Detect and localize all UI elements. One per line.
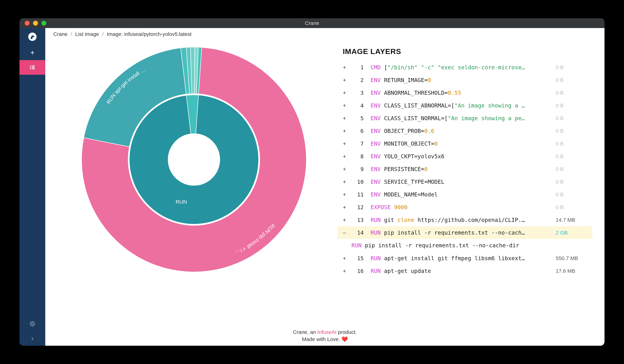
layer-command: ENV CLASS_LIST_ABNORMAL=["An image showi… xyxy=(365,102,554,109)
expand-toggle[interactable]: – xyxy=(339,230,350,236)
layer-row[interactable]: +6ENV OBJECT_PROB=0.60 B xyxy=(338,125,592,137)
maximize-button[interactable] xyxy=(41,21,46,26)
layer-number: 1 xyxy=(350,64,365,71)
expand-toggle[interactable]: + xyxy=(339,103,350,108)
layer-size: 17.6 MB xyxy=(554,268,591,274)
layer-row[interactable]: +9ENV PERSISTENCE=00 B xyxy=(338,163,592,175)
layer-number: 15 xyxy=(350,255,365,261)
layer-row[interactable]: +7ENV MONITOR_OBJECT=00 B xyxy=(338,137,592,150)
layer-command: EXPOSE 9000 xyxy=(365,204,554,210)
layer-row[interactable]: +10ENV SERVICE_TYPE=MODEL0 B xyxy=(338,175,592,188)
list-icon xyxy=(29,64,35,70)
layer-number: 3 xyxy=(350,90,365,96)
image-layers-panel[interactable]: IMAGE LAYERS +1CMD ["/bin/sh" "-c" "exec… xyxy=(336,40,598,326)
breadcrumb-current: Image: infuseai/pytorch-yolov5:latest xyxy=(107,31,191,37)
app-window: Crane + xyxy=(20,18,604,346)
layer-row[interactable]: +5ENV CLASS_LIST_NORMAL=["An image showi… xyxy=(338,112,592,125)
layer-command: ENV PERSISTENCE=0 xyxy=(365,166,554,172)
window-title: Crane xyxy=(305,20,319,26)
layer-number: 2 xyxy=(350,77,365,83)
layer-number: 5 xyxy=(350,115,365,121)
expand-toggle[interactable]: + xyxy=(339,128,350,134)
layer-number: 12 xyxy=(350,204,365,210)
footer-brand-link[interactable]: InfuseAI xyxy=(317,329,337,335)
footer: Crane, an InfuseAI product. Made with Lo… xyxy=(45,326,604,346)
breadcrumb-sep-icon: / xyxy=(71,31,72,37)
expand-toggle[interactable]: + xyxy=(339,179,350,185)
layer-row[interactable]: +8ENV YOLO_CKPT=yolov5x60 B xyxy=(338,150,592,163)
layer-number: 7 xyxy=(350,141,365,147)
app-logo[interactable] xyxy=(20,28,45,46)
layer-size: 0 B xyxy=(554,77,591,83)
layer-command: RUN pip install -r requirements.txt --no… xyxy=(365,229,554,236)
layer-number: 8 xyxy=(350,153,365,159)
traffic-lights xyxy=(20,21,46,26)
body: + › xyxy=(20,28,604,346)
sidebar-item-add[interactable]: + xyxy=(20,46,45,60)
donut-chart[interactable]: RUN pip install -r r…RUN apt-get install… xyxy=(77,42,312,277)
layer-number: 10 xyxy=(350,179,365,185)
expand-toggle[interactable]: + xyxy=(339,141,350,147)
layer-command: ENV MODEL_NAME=Model xyxy=(365,191,554,198)
expand-toggle[interactable]: + xyxy=(339,204,350,210)
layer-row[interactable]: +3ENV ABNORMAL_THRESHOLD=0.550 B xyxy=(338,86,592,99)
breadcrumb-root[interactable]: Crane xyxy=(53,31,68,37)
svg-point-6 xyxy=(30,68,31,70)
expand-toggle[interactable]: + xyxy=(339,115,350,121)
svg-point-1 xyxy=(33,36,34,36)
minimize-button[interactable] xyxy=(33,21,38,26)
expand-toggle[interactable]: + xyxy=(339,90,350,96)
layer-number: 4 xyxy=(350,103,365,109)
layer-row[interactable]: +2ENV RETURN_IMAGE=00 B xyxy=(338,74,592,86)
svg-text:RUN: RUN xyxy=(176,199,187,205)
layer-command: RUN git clone https://github.com/openai/… xyxy=(365,217,554,223)
expand-toggle[interactable]: + xyxy=(339,153,350,159)
layer-row[interactable]: +11ENV MODEL_NAME=Model0 B xyxy=(338,188,592,201)
layer-detail: RUN pip install -r requirements.txt --no… xyxy=(338,239,592,252)
crane-logo-icon xyxy=(28,32,37,41)
layer-size: 0 B xyxy=(554,115,591,121)
expand-toggle[interactable]: + xyxy=(339,191,350,198)
close-button[interactable] xyxy=(25,21,30,26)
layer-row[interactable]: +12EXPOSE 90000 B xyxy=(338,201,592,213)
titlebar: Crane xyxy=(20,18,604,28)
layer-row[interactable]: +16RUN apt-get update17.6 MB xyxy=(338,264,592,277)
sidebar-item-settings[interactable] xyxy=(20,316,45,331)
svg-point-4 xyxy=(30,67,31,68)
layer-row[interactable]: –14RUN pip install -r requirements.txt -… xyxy=(338,226,592,239)
layer-size: 0 B xyxy=(554,204,591,210)
layer-size: 0 B xyxy=(554,192,591,198)
layer-row[interactable]: +15RUN apt-get install git ffmpeg libsm6… xyxy=(338,252,592,264)
main-panel: RUN pip install -r r…RUN apt-get install… xyxy=(52,40,598,326)
layer-command: ENV SERVICE_TYPE=MODEL xyxy=(365,179,554,185)
expand-toggle[interactable]: + xyxy=(339,268,350,274)
breadcrumb-sep-icon: / xyxy=(102,31,104,37)
layer-size: 14.7 MB xyxy=(554,217,591,223)
heart-icon: ❤️ xyxy=(341,336,348,342)
expand-toggle[interactable]: + xyxy=(339,64,350,70)
layer-number: 11 xyxy=(350,191,365,198)
layer-command: ENV RETURN_IMAGE=0 xyxy=(365,77,554,83)
layer-size: 0 B xyxy=(554,179,591,185)
layer-row[interactable]: +1CMD ["/bin/sh" "-c" "exec seldon-core-… xyxy=(338,61,592,74)
layer-command: CMD ["/bin/sh" "-c" "exec seldon-core-mi… xyxy=(365,64,554,71)
expand-toggle[interactable]: + xyxy=(339,255,350,261)
layer-size: 0 B xyxy=(554,154,591,159)
expand-toggle[interactable]: + xyxy=(339,166,350,172)
sidebar-item-list[interactable] xyxy=(20,60,45,75)
layer-row[interactable]: +13RUN git clone https://github.com/open… xyxy=(338,213,592,226)
expand-toggle[interactable]: + xyxy=(339,217,350,223)
breadcrumb-mid[interactable]: List image xyxy=(75,31,99,37)
svg-rect-7 xyxy=(32,68,35,69)
plus-icon: + xyxy=(30,49,35,57)
sidebar-item-collapse[interactable]: › xyxy=(20,331,45,346)
layer-size: 0 B xyxy=(554,90,591,96)
layer-row[interactable]: +4ENV CLASS_LIST_ABNORMAL=["An image sho… xyxy=(338,99,592,112)
layer-command: ENV ABNORMAL_THRESHOLD=0.55 xyxy=(365,90,554,96)
donut-chart-container: RUN pip install -r r…RUN apt-get install… xyxy=(52,40,336,326)
expand-toggle[interactable]: + xyxy=(339,77,350,83)
layer-number: 14 xyxy=(350,230,365,236)
footer-line2: Made with Love. ❤️ xyxy=(302,336,348,342)
layers-table: +1CMD ["/bin/sh" "-c" "exec seldon-core-… xyxy=(338,61,592,277)
layer-number: 16 xyxy=(350,268,365,274)
